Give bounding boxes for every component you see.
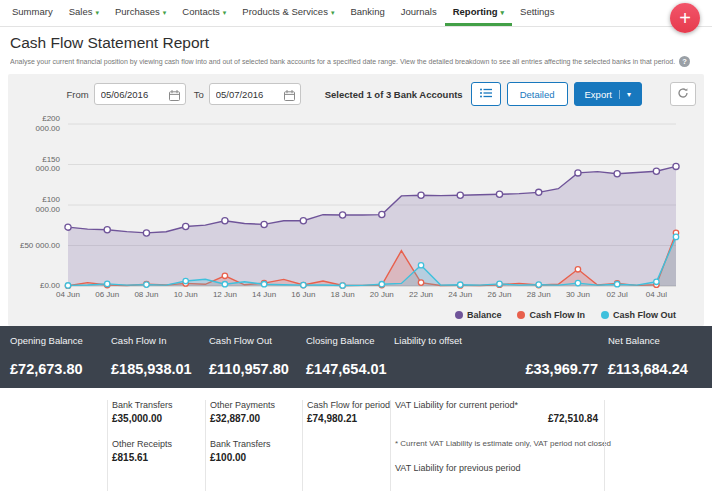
legend-item[interactable]: Balance — [455, 310, 502, 320]
chevron-down-icon: ▾ — [95, 9, 99, 16]
refresh-button[interactable] — [670, 82, 696, 106]
detail-label: VAT Liability for current period* — [395, 400, 604, 410]
chart-plot-area[interactable] — [68, 124, 676, 286]
detail-label: Other Payments — [210, 400, 302, 410]
summary-amount: £113,684.24 — [608, 361, 702, 377]
add-button[interactable]: + — [670, 3, 700, 33]
nav-item-label: Reporting — [453, 6, 498, 17]
x-axis-label: 02 Jul — [606, 290, 627, 299]
top-navigation: Summary Sales▾ Purchases▾ Contacts▾ Prod… — [0, 0, 712, 27]
summary-amount: £33,969.77 — [394, 361, 604, 377]
summary-amount: £72,673.80 — [10, 361, 107, 377]
cash-flow-chart[interactable]: £200 000.00£150 000.00£100 000.00£50 000… — [16, 110, 696, 306]
detail-value: £72,510.84 — [395, 413, 604, 424]
summary-col-opening-balance: Opening Balance £72,673.80 — [10, 335, 107, 377]
nav-item-label: Products & Services — [242, 6, 328, 17]
legend-label: Cash Flow Out — [613, 310, 676, 320]
y-axis-label: £50 000.00 — [16, 241, 60, 251]
nav-item-settings[interactable]: Settings — [512, 0, 562, 26]
x-axis-label: 22 Jun — [409, 290, 433, 299]
chevron-down-icon: ▾ — [223, 9, 227, 16]
detail-col-liability-to-offset: VAT Liability for current period* £72,51… — [390, 400, 604, 491]
nav-item-label: Summary — [12, 6, 53, 17]
legend-dot-icon — [517, 311, 525, 319]
detail-value: £32,887.00 — [210, 413, 302, 424]
nav-item-reporting[interactable]: Reporting▾ — [445, 0, 512, 26]
calendar-icon[interactable] — [283, 88, 296, 106]
list-icon — [479, 87, 493, 101]
summary-col-liability-to-offset: Liability to offset £33,969.77 — [390, 335, 604, 377]
detail-label: Cash Flow for period — [307, 400, 390, 410]
page-title: Cash Flow Statement Report — [10, 34, 702, 52]
detail-value: £35,000.00 — [112, 413, 205, 424]
detail-group: VAT Liability for current period* £72,51… — [395, 400, 604, 424]
legend-label: Balance — [467, 310, 502, 320]
to-date-input[interactable] — [210, 89, 278, 100]
summary-col-closing-balance: Closing Balance £147,654.01 — [302, 335, 390, 377]
nav-item-contacts[interactable]: Contacts▾ — [174, 0, 234, 26]
page-header: Cash Flow Statement Report Analyse your … — [0, 27, 712, 71]
help-icon[interactable]: ? — [679, 56, 690, 67]
detail-value: £100.00 — [210, 452, 302, 463]
detail-col-cash-flow-out: Other Payments £32,887.00 Bank Transfers… — [205, 400, 302, 491]
legend-item[interactable]: Cash Flow Out — [601, 310, 676, 320]
nav-item-journals[interactable]: Journals — [393, 0, 445, 26]
nav-item-summary[interactable]: Summary — [4, 0, 61, 26]
nav-item-label: Settings — [520, 6, 554, 17]
x-axis-label: 26 Jun — [487, 290, 511, 299]
to-label: To — [194, 89, 204, 100]
summary-label: Closing Balance — [306, 335, 390, 346]
chart-panel: From To Selected 1 of 3 Bank Accounts De… — [8, 74, 704, 326]
x-axis-label: 10 Jun — [174, 290, 198, 299]
nav-item-banking[interactable]: Banking — [342, 0, 392, 26]
summary-label: Liability to offset — [394, 335, 604, 346]
summary-amount: £147,654.01 — [306, 361, 390, 377]
bank-accounts-list-button[interactable] — [471, 82, 501, 106]
from-date-input[interactable] — [95, 89, 163, 100]
summary-band: Opening Balance £72,673.80 Cash Flow In … — [0, 326, 712, 388]
summary-label: Net Balance — [608, 335, 702, 346]
refresh-icon — [677, 87, 689, 101]
chart-toolbar: From To Selected 1 of 3 Bank Accounts De… — [16, 82, 696, 106]
caret-down-icon: ▾ — [619, 90, 631, 99]
x-axis-label: 14 Jun — [252, 290, 276, 299]
detail-group: Other Payments £32,887.00 — [210, 400, 302, 424]
detail-group: Other Receipts £815.61 — [112, 439, 205, 463]
export-button-label: Export — [585, 89, 612, 100]
detail-col-closing-balance: Cash Flow for period £74,980.21 — [302, 400, 390, 491]
detail-group: Bank Transfers £35,000.00 — [112, 400, 205, 424]
x-axis-label: 20 Jun — [370, 290, 394, 299]
x-axis-label: 12 Jun — [213, 290, 237, 299]
legend-dot-icon — [601, 311, 609, 319]
from-label: From — [66, 89, 88, 100]
nav-item-label: Banking — [350, 6, 384, 17]
detail-label: Bank Transfers — [210, 439, 302, 449]
summary-amount: £110,957.80 — [209, 361, 302, 377]
to-date-field[interactable] — [209, 83, 301, 105]
detail-group: Cash Flow for period £74,980.21 — [307, 400, 390, 424]
y-axis-label: £200 000.00 — [16, 114, 60, 133]
detail-label: VAT Liability for previous period — [395, 463, 604, 473]
nav-item-label: Purchases — [115, 6, 160, 17]
x-axis-label: 04 Jul — [646, 290, 667, 299]
selected-accounts-label: Selected 1 of 3 Bank Accounts — [325, 89, 463, 100]
vat-estimate-note: * Current VAT Liability is estimate only… — [395, 439, 604, 448]
legend-dot-icon — [455, 311, 463, 319]
nav-item-sales[interactable]: Sales▾ — [61, 0, 107, 26]
detail-col-cash-flow-in: Bank Transfers £35,000.00 Other Receipts… — [107, 400, 205, 491]
nav-item-purchases[interactable]: Purchases▾ — [107, 0, 174, 26]
detail-label: Other Receipts — [112, 439, 205, 449]
summary-col-cash-flow-out: Cash Flow Out £110,957.80 — [205, 335, 302, 377]
chevron-down-icon: ▾ — [501, 9, 505, 16]
legend-label: Cash Flow In — [529, 310, 585, 320]
legend-item[interactable]: Cash Flow In — [517, 310, 585, 320]
export-button[interactable]: Export ▾ — [574, 82, 642, 106]
detail-value: £815.61 — [112, 452, 205, 463]
detailed-button[interactable]: Detailed — [507, 82, 568, 106]
from-date-field[interactable] — [94, 83, 186, 105]
x-axis-label: 04 Jun — [56, 290, 80, 299]
x-axis-label: 24 Jun — [448, 290, 472, 299]
nav-item-products-services[interactable]: Products & Services▾ — [234, 0, 342, 26]
detail-label: Bank Transfers — [112, 400, 205, 410]
calendar-icon[interactable] — [168, 88, 181, 106]
